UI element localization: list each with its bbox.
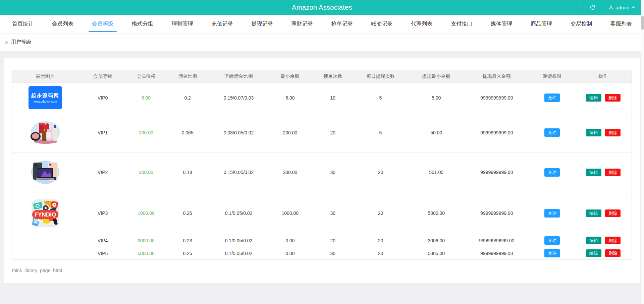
delete-button[interactable]: 删除 bbox=[605, 129, 621, 136]
commission-cell: 0.065 bbox=[165, 113, 211, 153]
min-balance-cell: 300.00 bbox=[267, 153, 314, 192]
col-operation: 操作 bbox=[575, 70, 632, 83]
delete-button[interactable]: 删除 bbox=[605, 237, 621, 244]
delete-button[interactable]: 删除 bbox=[605, 209, 621, 217]
price-cell: 1000.00 bbox=[127, 192, 165, 234]
tab-payment-interface[interactable]: 支付接口 bbox=[447, 15, 476, 33]
allow-button[interactable]: 允许 bbox=[544, 128, 560, 137]
price-cell: 300.00 bbox=[127, 153, 165, 192]
price-cell: 5.00 bbox=[127, 83, 165, 113]
level-cell: VIP1 bbox=[78, 113, 127, 153]
username-label: admin bbox=[615, 5, 629, 10]
price-cell: 3000.00 bbox=[127, 234, 165, 247]
commission-cell: 0.25 bbox=[165, 247, 211, 260]
min-withdraw-cell: 5005.00 bbox=[409, 247, 464, 260]
delete-button[interactable]: 删除 bbox=[605, 169, 621, 176]
col-min-withdraw: 提现最小金额 bbox=[409, 70, 464, 83]
user-menu[interactable]: admin bbox=[601, 0, 644, 15]
allow-button[interactable]: 允许 bbox=[544, 168, 560, 177]
edit-button[interactable]: 编辑 bbox=[586, 209, 601, 217]
min-withdraw-cell: 50.00 bbox=[409, 113, 464, 153]
main-nav: 首页统计 会员列表 会员等级 模式分组 理财管理 充值记录 提现记录 理财记录 … bbox=[0, 15, 644, 33]
max-withdraw-cell: 9999999999.00 bbox=[464, 153, 530, 192]
min-balance-cell: 5.00 bbox=[267, 83, 314, 113]
tab-balance-change-records[interactable]: 账变记录 bbox=[368, 15, 396, 33]
qibuym-logo-url: www.qibuym.com bbox=[34, 100, 57, 103]
refresh-button[interactable] bbox=[584, 0, 601, 15]
scrollbar-track[interactable] bbox=[641, 0, 644, 304]
image-cell-empty bbox=[12, 234, 78, 247]
level-cell: VIP5 bbox=[78, 247, 127, 260]
table-row: 起步源码网 www.qibuym.com VIP0 5.00 0.2 0.15/… bbox=[12, 83, 632, 113]
min-withdraw-cell: 5000.00 bbox=[409, 192, 464, 234]
allow-button[interactable]: 允许 bbox=[544, 249, 560, 257]
sub-commission-cell: 0.1/0.05/0.02 bbox=[211, 192, 267, 234]
tab-finance-records[interactable]: 理财记录 bbox=[288, 15, 316, 33]
min-balance-cell: 1000.00 bbox=[267, 192, 314, 234]
edit-button[interactable]: 编辑 bbox=[586, 237, 601, 244]
tab-finance-mgmt[interactable]: 理财管理 bbox=[168, 15, 197, 33]
min-withdraw-cell: 3006.00 bbox=[409, 234, 464, 247]
price-cell: 5000.00 bbox=[127, 247, 165, 260]
fyndiq-logo-label: FYNDIQ bbox=[35, 211, 56, 218]
max-withdraw-cell: 9999999999.00 bbox=[464, 192, 530, 234]
vip2-product-image bbox=[12, 160, 78, 185]
allow-button[interactable]: 允许 bbox=[544, 94, 560, 102]
col-invite-permission: 邀请权限 bbox=[530, 70, 575, 83]
edit-button[interactable]: 编辑 bbox=[586, 129, 601, 136]
refresh-icon bbox=[590, 5, 595, 10]
image-cell-empty bbox=[12, 247, 78, 260]
table-row: VIP4 3000.00 0.23 0.1/0.05/0.02 0.00 20 … bbox=[12, 234, 632, 247]
edit-button[interactable]: 编辑 bbox=[586, 94, 601, 102]
tab-service-list[interactable]: 客服列表 bbox=[607, 15, 635, 33]
tab-agent-list[interactable]: 代理列表 bbox=[408, 15, 436, 33]
min-balance-cell: 200.00 bbox=[267, 113, 314, 153]
tab-recharge-records[interactable]: 充值记录 bbox=[208, 15, 236, 33]
max-withdraw-cell: 9999999999.00 bbox=[464, 113, 530, 153]
edit-button[interactable]: 编辑 bbox=[586, 249, 601, 257]
tab-member-list[interactable]: 会员列表 bbox=[49, 15, 77, 33]
daily-withdrawals-cell: 5 bbox=[352, 83, 409, 113]
tab-withdraw-records[interactable]: 提现记录 bbox=[248, 15, 276, 33]
orders-cell: 30 bbox=[313, 192, 352, 234]
tab-mode-group[interactable]: 模式分组 bbox=[128, 15, 157, 33]
vip3-product-image: FYNDIQ bbox=[12, 198, 78, 228]
tab-media-mgmt[interactable]: 媒体管理 bbox=[487, 15, 516, 33]
tab-member-level[interactable]: 会员等级 bbox=[89, 15, 117, 33]
col-member-level: 会员等级 bbox=[78, 70, 127, 83]
breadcrumb: » 用户等级 bbox=[0, 33, 644, 51]
content-card: 展示图片 会员等级 会员价格 佣金比例 下级佣金比例 最小余额 接单次数 每日提… bbox=[4, 58, 640, 283]
daily-withdrawals-cell: 20 bbox=[352, 234, 409, 247]
app-title: Amazon Associates bbox=[292, 4, 352, 11]
vip-level-table: 展示图片 会员等级 会员价格 佣金比例 下级佣金比例 最小余额 接单次数 每日提… bbox=[12, 70, 632, 260]
topbar: Amazon Associates admin bbox=[0, 0, 644, 15]
qibuym-logo-title: 起步源码网 bbox=[31, 93, 59, 99]
vip0-product-image: 起步源码网 www.qibuym.com bbox=[29, 86, 62, 109]
page-body: 展示图片 会员等级 会员价格 佣金比例 下级佣金比例 最小余额 接单次数 每日提… bbox=[0, 51, 644, 283]
delete-button[interactable]: 删除 bbox=[605, 249, 621, 257]
daily-withdrawals-cell: 5 bbox=[352, 113, 409, 153]
delete-button[interactable]: 删除 bbox=[605, 94, 621, 102]
sub-commission-cell: 0.1/0.05/0.02 bbox=[211, 234, 267, 247]
allow-button[interactable]: 允许 bbox=[544, 209, 560, 218]
sub-commission-cell: 0.15/0.05/0.02 bbox=[211, 153, 267, 192]
tab-home-stats[interactable]: 首页统计 bbox=[9, 15, 37, 33]
max-withdraw-cell: 9999999999.00 bbox=[464, 247, 530, 260]
level-cell: VIP0 bbox=[78, 83, 127, 113]
orders-cell: 30 bbox=[313, 247, 352, 260]
daily-withdrawals-cell: 20 bbox=[352, 247, 409, 260]
tab-trade-control[interactable]: 交易控制 bbox=[567, 15, 595, 33]
commission-cell: 0.2 bbox=[165, 83, 211, 113]
level-cell: VIP3 bbox=[78, 192, 127, 234]
max-withdraw-cell: 9999999999.00 bbox=[464, 83, 530, 113]
table-row: VIP2 300.00 0.18 0.15/0.05/0.02 300.00 3… bbox=[12, 153, 632, 192]
col-daily-withdraw-count: 每日提现次数 bbox=[352, 70, 409, 83]
tab-product-mgmt[interactable]: 商品管理 bbox=[527, 15, 555, 33]
commission-cell: 0.26 bbox=[165, 192, 211, 234]
col-max-withdraw: 提现最大金额 bbox=[464, 70, 530, 83]
tab-grab-order-records[interactable]: 抢单记录 bbox=[328, 15, 356, 33]
scrollbar-thumb[interactable] bbox=[641, 16, 644, 30]
allow-button[interactable]: 允许 bbox=[544, 236, 560, 245]
max-withdraw-cell: 99999999999.00 bbox=[464, 234, 530, 247]
edit-button[interactable]: 编辑 bbox=[586, 169, 601, 176]
